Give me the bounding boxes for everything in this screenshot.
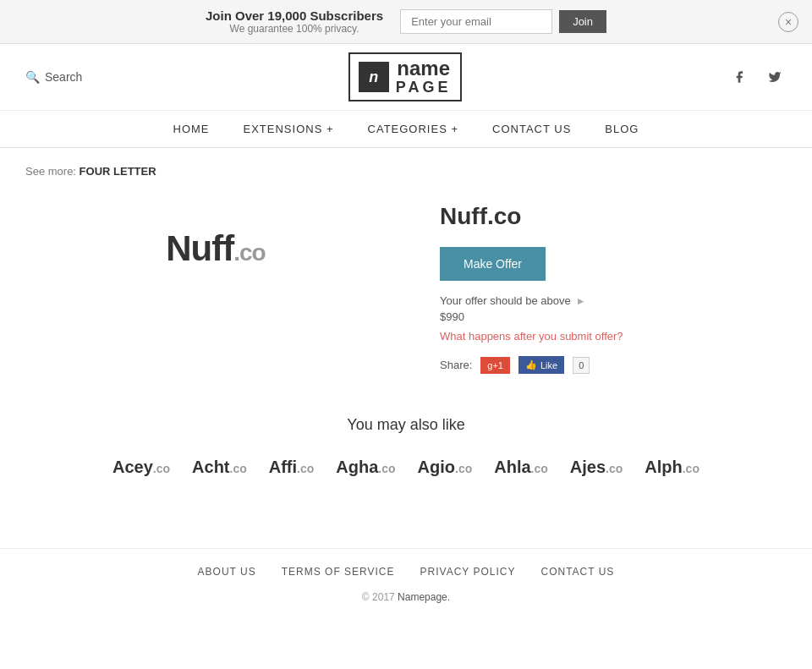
domain-item-name: Ahla <box>494 458 530 476</box>
offer-faq-link[interactable]: What happens after you submit offer? <box>440 330 787 343</box>
search-icon: 🔍 <box>25 70 40 84</box>
banner-subtext: We guarantee 100% privacy. <box>206 23 383 35</box>
domain-item-tld: .co <box>230 462 247 475</box>
nav-item-categories[interactable]: CATEGORIES + <box>368 123 458 135</box>
banner-close-button[interactable]: × <box>778 12 798 32</box>
breadcrumb: See more: FOUR LETTER <box>25 165 787 178</box>
search-label: Search <box>45 70 82 84</box>
domain-logo-name: Nuff <box>166 228 233 268</box>
domain-list-item[interactable]: Ajes.co <box>563 454 629 480</box>
main-content: See more: FOUR LETTER Nuff.co Nuff.co Ma… <box>0 148 812 497</box>
domain-item-tld: .co <box>455 462 472 475</box>
search-area[interactable]: 🔍 Search <box>25 70 82 84</box>
domain-list-item[interactable]: Ahla.co <box>487 454 555 480</box>
share-row: Share: g+1 👍 Like 0 <box>440 356 787 374</box>
email-input[interactable] <box>400 9 552 34</box>
domain-item-tld: .co <box>683 462 700 475</box>
domain-list: Acey.coAcht.coAffi.coAgha.coAgio.coAhla.… <box>25 454 787 480</box>
domain-item-tld: .co <box>297 462 314 475</box>
logo[interactable]: n name PAGE <box>348 52 462 101</box>
logo-area: n name PAGE <box>348 52 462 101</box>
nav-item-extensions[interactable]: EXTENSIONS + <box>244 123 334 135</box>
breadcrumb-link[interactable]: FOUR LETTER <box>80 165 156 178</box>
footer-link-contact[interactable]: CONTACT US <box>540 566 614 578</box>
domain-item-tld: .co <box>378 462 395 475</box>
domain-list-item[interactable]: Acht.co <box>185 454 254 480</box>
twitter-icon[interactable] <box>763 65 787 89</box>
domain-item-tld: .co <box>606 462 623 475</box>
domain-list-item[interactable]: Agha.co <box>329 454 402 480</box>
domain-item-name: Affi <box>269 458 297 476</box>
footer-links: ABOUT USTERMS OF SERVICEPRIVACY POLICYCO… <box>25 566 787 578</box>
fb-count: 0 <box>573 357 590 374</box>
domain-item-name: Acht <box>192 458 229 476</box>
fb-like-label: Like <box>540 360 557 370</box>
domain-section: Nuff.co Nuff.co Make Offer Your offer sh… <box>25 195 787 374</box>
domain-item-tld: .co <box>153 462 170 475</box>
domain-info: Nuff.co Make Offer Your offer should be … <box>440 195 787 374</box>
domain-list-item[interactable]: Alph.co <box>638 454 706 480</box>
domain-item-name: Ajes <box>570 458 606 476</box>
logo-name: name <box>396 58 452 80</box>
banner-text: Join Over 19,000 Subscribers We guarante… <box>206 8 383 35</box>
domain-title: Nuff.co <box>440 203 787 230</box>
domain-logo-area: Nuff.co <box>25 195 406 303</box>
footer-copyright: © 2017 Namepage. <box>25 591 787 603</box>
banner-headline: Join Over 19,000 Subscribers <box>206 8 383 23</box>
logo-text: name PAGE <box>396 58 452 96</box>
make-offer-button[interactable]: Make Offer <box>440 247 546 281</box>
offer-arrow-icon: ► <box>576 295 586 307</box>
domain-item-tld: .co <box>531 462 548 475</box>
footer-brand-link[interactable]: Namepage. <box>398 591 450 603</box>
share-label: Share: <box>440 359 472 371</box>
domain-list-item[interactable]: Acey.co <box>106 454 177 480</box>
nav-item-home[interactable]: HOME <box>173 123 210 135</box>
domain-item-name: Alph <box>645 458 682 476</box>
fb-thumb-icon: 👍 <box>525 359 537 370</box>
footer-link-privacy[interactable]: PRIVACY POLICY <box>420 566 516 578</box>
logo-icon: n <box>359 62 389 92</box>
also-like-title: You may also like <box>25 416 787 434</box>
domain-list-item[interactable]: Agio.co <box>411 454 480 480</box>
google-plus-button[interactable]: g+1 <box>480 357 510 374</box>
site-footer: ABOUT USTERMS OF SERVICEPRIVACY POLICYCO… <box>0 548 812 620</box>
domain-item-name: Agha <box>336 458 378 476</box>
nav-item-blog[interactable]: BLOG <box>605 123 639 135</box>
facebook-like-button[interactable]: 👍 Like <box>518 356 564 374</box>
domain-item-name: Acey <box>112 458 153 476</box>
footer-link-terms[interactable]: TERMS OF SERVICE <box>282 566 395 578</box>
banner-form: Join <box>400 9 606 34</box>
also-like-section: You may also like Acey.coAcht.coAffi.coA… <box>25 416 787 480</box>
domain-logo-tld: .co <box>233 239 265 266</box>
main-nav: HOMEEXTENSIONS +CATEGORIES +CONTACT USBL… <box>0 111 812 148</box>
domain-logo: Nuff.co <box>166 228 265 269</box>
footer-link-about[interactable]: ABOUT US <box>198 566 256 578</box>
copyright-year: © 2017 <box>362 591 395 603</box>
join-button[interactable]: Join <box>559 10 606 33</box>
breadcrumb-prefix: See more: <box>25 165 76 178</box>
offer-amount: $990 <box>440 310 787 323</box>
header-social <box>727 65 787 89</box>
offer-note-text: Your offer should be above <box>440 294 571 307</box>
logo-page: PAGE <box>396 80 452 96</box>
site-header: 🔍 Search n name PAGE <box>0 44 812 111</box>
facebook-icon[interactable] <box>727 65 751 89</box>
domain-item-name: Agio <box>418 458 455 476</box>
offer-note: Your offer should be above ► <box>440 294 787 307</box>
domain-list-item[interactable]: Affi.co <box>262 454 321 480</box>
top-banner: Join Over 19,000 Subscribers We guarante… <box>0 0 812 44</box>
nav-item-contact[interactable]: CONTACT US <box>492 123 571 135</box>
